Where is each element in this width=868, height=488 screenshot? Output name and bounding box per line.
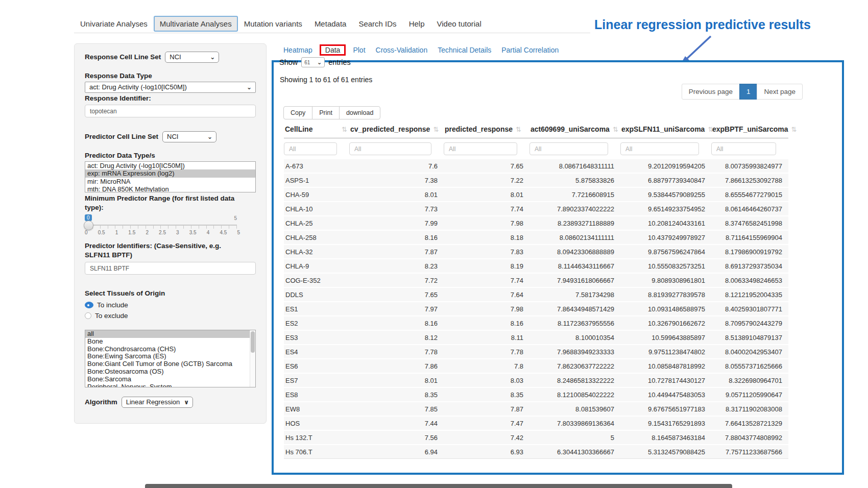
response-data-type-label: Response Data Type: [85, 71, 256, 81]
predictor-data-type-option[interactable]: exp: mRNA Expression (log2): [85, 169, 255, 177]
tab-partial-correlation[interactable]: Partial Correlation: [496, 43, 564, 57]
tissue-option[interactable]: Bone: [85, 338, 255, 346]
value-cell: 9.87567596247864: [620, 245, 711, 259]
nav-item-search-ids[interactable]: Search IDs: [352, 16, 402, 32]
column-header-cellline[interactable]: CellLine⇅: [284, 123, 349, 138]
value-cell: 8.81939277839578: [620, 287, 711, 302]
predictor-data-type-option[interactable]: mir: MicroRNA: [85, 178, 255, 185]
tab-data[interactable]: Data: [321, 45, 345, 55]
tissue-option[interactable]: Peripheral_Nervous_System: [85, 383, 255, 387]
column-header-cv_predicted_response[interactable]: cv_predicted_response⇅: [349, 123, 444, 138]
tissue-option[interactable]: Bone:Chondrosarcoma (CHS): [85, 346, 255, 353]
tab-technical-details[interactable]: Technical Details: [432, 43, 496, 57]
previous-page-button[interactable]: Previous page: [682, 84, 740, 100]
value-cell: 7.83: [444, 245, 529, 259]
nav-item-multivariate-analyses[interactable]: Multivariate Analyses: [154, 16, 238, 32]
sort-icon[interactable]: ⇅: [433, 126, 439, 133]
value-cell: 8.04002042953407: [711, 345, 788, 359]
value-cell: 8.01: [349, 373, 444, 387]
column-header-expbptf_unisarcoma[interactable]: expBPTF_uniSarcoma⇅: [711, 123, 788, 138]
column-filter-input-predicted_response[interactable]: [444, 142, 517, 155]
value-cell: 10.599643885897: [620, 330, 711, 345]
column-filter-input-expbptf_unisarcoma[interactable]: [711, 142, 776, 155]
column-filter-input-act609699_unisarcoma[interactable]: [529, 142, 608, 155]
tissue-radio-to-exclude[interactable]: To exclude: [85, 312, 256, 320]
sort-icon[interactable]: ⇅: [516, 126, 521, 133]
value-cell: 8.11723637955556: [529, 316, 620, 330]
predictor-data-types-listbox[interactable]: act: Drug Activity (-log10[IC50M])exp: m…: [85, 161, 256, 192]
tab-plot[interactable]: Plot: [348, 43, 370, 57]
tab-cross-validation[interactable]: Cross-Validation: [371, 43, 433, 57]
column-filter-input-cv_predicted_response[interactable]: [349, 142, 431, 155]
response-identifier-input[interactable]: topotecan: [85, 105, 256, 117]
value-cell: 7.97: [349, 302, 444, 316]
sort-icon[interactable]: ⇅: [613, 126, 618, 133]
column-header-label: expBPTF_uniSarcoma: [712, 125, 788, 133]
cellline-cell: CHLA-9: [284, 259, 349, 273]
nav-item-metadata[interactable]: Metadata: [308, 16, 353, 32]
show-entries-select[interactable]: 61 ⌄: [301, 57, 325, 67]
slider-tick-label: 0: [85, 230, 88, 235]
predictor-cell-line-set-select[interactable]: NCI ⌄: [162, 131, 216, 142]
slider-handle[interactable]: [84, 221, 93, 230]
next-page-button[interactable]: Next page: [757, 84, 803, 100]
nav-item-video-tutorial[interactable]: Video tutorial: [430, 16, 487, 32]
tissue-option[interactable]: Bone:Giant Cell Tumor of Bone (GCTB) Sar…: [85, 360, 255, 368]
value-cell: 8.19: [444, 259, 529, 273]
tissue-option[interactable]: Bone:Ewing Sarcoma (ES): [85, 353, 255, 360]
copy-button[interactable]: Copy: [283, 106, 312, 119]
value-cell: 7.88043774808992: [711, 430, 788, 445]
value-cell: 8.03: [444, 373, 529, 387]
table-row: CHLA-257.997.988.2389327118888910.208124…: [284, 216, 788, 230]
response-data-type-select[interactable]: act: Drug Activity (-log10[IC50M]) ⌄: [85, 82, 256, 93]
value-cell: 8.17986900919792: [711, 245, 788, 259]
sort-icon[interactable]: ⇅: [791, 126, 797, 133]
slider-tick-label: 2.5: [159, 230, 166, 235]
tissue-option[interactable]: Bone:Osteosarcoma (OS): [85, 368, 255, 376]
value-cell: 7.87: [349, 245, 444, 259]
value-cell: 8.65554677279015: [711, 187, 788, 202]
column-header-act609699_unisarcoma[interactable]: act609699_uniSarcoma⇅: [529, 123, 620, 138]
min-predictor-range-label: Minimum Predictor Range (for first liste…: [85, 194, 243, 212]
predictor-data-type-option[interactable]: mth: DNA 850K Methylation: [85, 185, 255, 192]
min-predictor-range-slider[interactable]: 0 5 00.511.522.533.544.55: [85, 214, 237, 237]
predictor-identifiers-input[interactable]: SLFN11 BPTF: [85, 262, 256, 275]
sort-icon[interactable]: ⇅: [342, 126, 347, 133]
column-filter-input-expslfn11_unisarcoma[interactable]: [620, 142, 699, 155]
cellline-cell: ES4: [284, 345, 349, 359]
cellline-cell: EW8: [284, 402, 349, 416]
response-cell-line-set-select[interactable]: NCI ⌄: [165, 52, 219, 63]
download-button[interactable]: download: [339, 106, 381, 119]
tissue-listbox[interactable]: allBoneBone:Chondrosarcoma (CHS)Bone:Ewi…: [85, 330, 256, 387]
column-header-expslfn11_unisarcoma[interactable]: expSLFN11_uniSarcoma⇅: [620, 123, 711, 138]
column-filter-input-cellline[interactable]: [284, 142, 337, 155]
filter-cell: [349, 138, 444, 159]
nav-item-help[interactable]: Help: [403, 16, 431, 32]
top-nav: Univariate AnalysesMultivariate Analyses…: [74, 16, 488, 32]
algorithm-select[interactable]: Linear Regression ∨: [122, 397, 193, 408]
nav-item-univariate-analyses[interactable]: Univariate Analyses: [74, 16, 154, 32]
value-cell: 7.75711233687566: [711, 445, 788, 459]
radio-icon[interactable]: [85, 302, 93, 308]
column-header-label: predicted_response: [445, 125, 513, 133]
value-cell: 7.581734298: [529, 287, 620, 302]
radio-icon[interactable]: [85, 312, 91, 319]
column-header-predicted_response[interactable]: predicted_response⇅: [444, 123, 529, 138]
cellline-cell: DDLS: [284, 287, 349, 302]
tissue-radio-to-include[interactable]: To include: [85, 301, 256, 309]
value-cell: 8.1645873463184: [620, 430, 711, 445]
tab-heatmap[interactable]: Heatmap: [278, 43, 318, 57]
listbox-scrollbar[interactable]: [250, 330, 255, 387]
tissue-option[interactable]: Bone:Sarcoma: [85, 376, 255, 383]
predictor-data-type-option[interactable]: act: Drug Activity (-log10[IC50M]): [85, 162, 255, 169]
value-cell: 7.85: [349, 402, 444, 416]
page-1-button[interactable]: 1: [739, 84, 758, 100]
nav-item-mutation-variants[interactable]: Mutation variants: [238, 16, 308, 32]
response-cell-line-set-label: Response Cell Line Set: [85, 53, 161, 62]
value-cell: 8.23893271188889: [529, 216, 620, 230]
cellline-cell: Hs 132.T: [284, 430, 349, 445]
cellline-cell: CHA-59: [284, 187, 349, 202]
tissue-option[interactable]: all: [85, 330, 255, 338]
value-cell: 6.94: [349, 445, 444, 459]
print-button[interactable]: Print: [312, 106, 340, 119]
